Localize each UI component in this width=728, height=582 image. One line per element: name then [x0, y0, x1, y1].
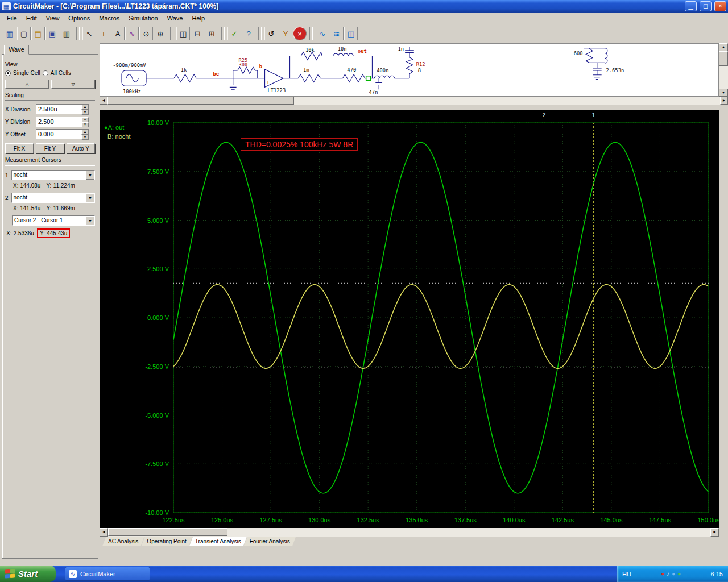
- menu-item-simulation[interactable]: Simulation: [124, 13, 162, 23]
- tab-operating-point[interactable]: Operating Point: [141, 537, 192, 546]
- trace-out[interactable]: [173, 142, 708, 493]
- volume-icon[interactable]: ♪: [667, 571, 669, 577]
- single-cell-radio[interactable]: [5, 70, 11, 76]
- filler: [100, 547, 728, 566]
- cursor1-readout: X: 144.08uY:-11.224m: [13, 182, 95, 189]
- y-division-label: Y Division: [5, 119, 36, 125]
- close-button[interactable]: ×: [714, 1, 726, 11]
- network-tray-icon[interactable]: ●: [672, 571, 675, 577]
- toolbar-separator: [170, 27, 173, 40]
- menu-item-help[interactable]: Help: [187, 13, 209, 23]
- selected-node-marker[interactable]: [366, 76, 371, 81]
- menu-item-options[interactable]: Options: [64, 13, 94, 23]
- new-file-icon[interactable]: ▢: [17, 27, 31, 40]
- x-tick-label: 122.5us: [162, 517, 185, 523]
- add-part-icon[interactable]: +: [97, 27, 110, 40]
- zoom-in-icon[interactable]: ⊕: [154, 27, 167, 40]
- cursor-diff-select[interactable]: Cursor 2 - Cursor 1 ▼: [12, 215, 95, 226]
- menu-item-view[interactable]: View: [42, 13, 64, 23]
- scrollbar-thumb[interactable]: [108, 528, 228, 536]
- schematic-vertical-scrollbar[interactable]: ▲ ▼: [719, 43, 728, 97]
- find-page-icon[interactable]: ◫: [176, 27, 190, 40]
- schematic-horizontal-scrollbar[interactable]: ◄ ►: [100, 97, 728, 105]
- schematic-canvas[interactable]: -900m/900mV 100kHz 1k be R25 300 b - + L…: [100, 43, 719, 97]
- waveform-horizontal-scrollbar[interactable]: ◄ ►: [100, 528, 719, 537]
- menu-item-edit[interactable]: Edit: [22, 13, 42, 23]
- help-icon[interactable]: ?: [242, 27, 255, 40]
- dropdown-arrow-icon[interactable]: ▼: [86, 216, 94, 225]
- tab-fourier-analysis[interactable]: Fourier Analysis: [244, 537, 296, 546]
- scroll-right-icon[interactable]: ►: [720, 97, 728, 105]
- x-division-up-icon[interactable]: ▲: [81, 105, 89, 110]
- app-icon: ▦: [2, 2, 11, 10]
- open-file-icon[interactable]: ▤: [31, 27, 45, 40]
- menu-bar: FileEditViewOptionsMacrosSimulationWaveH…: [0, 13, 728, 24]
- split-horizontal-icon[interactable]: ⊟: [191, 27, 204, 40]
- wave-single-icon[interactable]: ∿: [316, 27, 329, 40]
- move-down-button[interactable]: ▽: [51, 80, 95, 89]
- simulation-check-icon[interactable]: ✓: [228, 27, 241, 40]
- waveform-plot-area[interactable]: 122.5us125.0us127.5us130.0us132.5us135.0…: [100, 110, 719, 528]
- x-division-down-icon[interactable]: ▼: [81, 110, 89, 115]
- move-up-button[interactable]: △: [5, 80, 49, 89]
- auto-y-button[interactable]: Auto Y: [67, 143, 95, 153]
- y-tick-label: -2.500 V: [145, 363, 169, 370]
- dropdown-arrow-icon[interactable]: ▼: [86, 171, 94, 180]
- save-icon[interactable]: ▣: [46, 27, 59, 40]
- analysis-tabs: AC AnalysisOperating PointTransient Anal…: [100, 537, 719, 547]
- scrollbar-thumb[interactable]: [107, 97, 294, 105]
- cursor1-signal-select[interactable]: nocht ▼: [11, 170, 95, 180]
- stop-icon[interactable]: ×: [293, 27, 307, 40]
- board-icon[interactable]: ▦: [3, 27, 16, 40]
- scheduler-tray-icon[interactable]: ●: [677, 571, 681, 577]
- tab-transient-analysis[interactable]: Transient Analysis: [189, 537, 247, 546]
- split-vertical-icon[interactable]: ⊞: [205, 27, 218, 40]
- y-division-up-icon[interactable]: ▲: [81, 117, 89, 122]
- language-indicator[interactable]: HU: [622, 571, 631, 577]
- scroll-left-icon[interactable]: ◄: [100, 97, 107, 105]
- menu-item-wave[interactable]: Wave: [163, 13, 188, 23]
- scrollbar-thumb[interactable]: [719, 51, 728, 66]
- y-offset-up-icon[interactable]: ▲: [81, 130, 89, 135]
- tab-ac-analysis[interactable]: AC Analysis: [102, 537, 144, 546]
- trace-nocht[interactable]: [173, 285, 708, 369]
- fit-x-button[interactable]: Fit X: [5, 143, 34, 153]
- y-division-input[interactable]: 2.500 ▲▼: [36, 117, 89, 127]
- antivirus-tray-icon[interactable]: ●: [661, 571, 664, 577]
- undo-icon[interactable]: ↺: [264, 27, 278, 40]
- wave-multi-icon[interactable]: ≋: [330, 27, 344, 40]
- select-arrow-icon[interactable]: ↖: [82, 27, 96, 40]
- wire-tool-icon[interactable]: ∿: [125, 27, 139, 40]
- all-cells-radio[interactable]: [43, 70, 48, 76]
- menu-item-file[interactable]: File: [2, 13, 22, 23]
- taskbar-app-circuitmaker[interactable]: ∿ CircuitMaker: [65, 567, 150, 581]
- view-mode-radios: Single Cell All Cells: [5, 70, 95, 76]
- tab-wave[interactable]: Wave: [4, 45, 29, 55]
- r25-value: 300: [239, 62, 248, 68]
- scroll-right-icon[interactable]: ►: [710, 528, 719, 537]
- y-division-down-icon[interactable]: ▼: [81, 122, 89, 127]
- probe-icon[interactable]: Y: [279, 27, 292, 40]
- minimize-button[interactable]: ▁: [685, 1, 697, 11]
- opamp-minus: -: [266, 73, 269, 78]
- wave-split-icon[interactable]: ◫: [344, 27, 358, 40]
- y-offset-input[interactable]: 0.000 ▲▼: [36, 129, 89, 139]
- zoom-tool-icon[interactable]: ⊙: [139, 27, 153, 40]
- scroll-up-icon[interactable]: ▲: [719, 43, 728, 51]
- fit-y-button[interactable]: Fit Y: [36, 143, 64, 153]
- waveform-plot[interactable]: 122.5us125.0us127.5us130.0us132.5us135.0…: [100, 110, 719, 528]
- restore-button[interactable]: ◻: [700, 1, 712, 11]
- dropdown-arrow-icon[interactable]: ▼: [86, 193, 94, 202]
- toolbar-separator: [221, 27, 225, 40]
- cursor2-signal-select[interactable]: nocht ▼: [11, 193, 95, 203]
- scroll-down-icon[interactable]: ▼: [719, 89, 728, 97]
- scroll-left-icon[interactable]: ◄: [100, 528, 108, 537]
- print-icon[interactable]: ▥: [60, 27, 73, 40]
- menu-item-macros[interactable]: Macros: [94, 13, 124, 23]
- x-division-input[interactable]: 2.500u ▲▼: [36, 104, 89, 114]
- source-value-label: -900m/900mV: [113, 63, 146, 68]
- y-tick-label: -7.500 V: [145, 460, 169, 467]
- text-tool-icon[interactable]: A: [111, 27, 125, 40]
- y-offset-down-icon[interactable]: ▼: [81, 135, 89, 140]
- start-button[interactable]: Start: [0, 566, 56, 582]
